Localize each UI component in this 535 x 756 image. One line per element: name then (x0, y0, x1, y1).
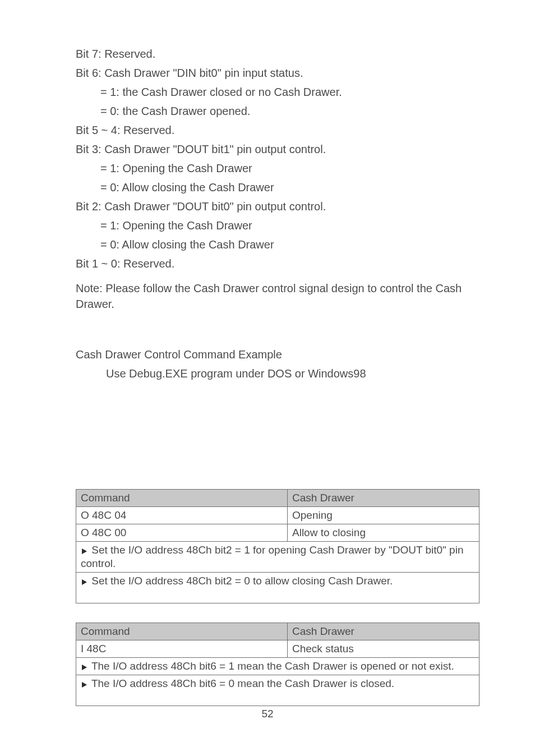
command-table-1: Command Cash Drawer O 48C 04 Opening O 4… (76, 489, 479, 603)
svg-marker-3 (82, 682, 87, 688)
cdc-heading: Cash Drawer Control Command Example (76, 347, 479, 362)
cdc-desc: Use Debug.EXE program under DOS or Windo… (76, 366, 479, 381)
t2-step1-cell: The I/O address 48Ch bit6 = 1 mean the C… (76, 658, 479, 675)
bit6-open: = 1: the Cash Drawer closed or no Cash D… (76, 84, 479, 100)
bit6-label: Bit 6: Cash Drawer "DIN bit0" pin input … (76, 65, 479, 81)
t1-step1: Set the I/O address 48Ch bit2 = 1 for op… (81, 544, 463, 569)
t2-step2-cell: The I/O address 48Ch bit6 = 0 mean the C… (76, 675, 479, 706)
bit3-off: = 0: Allow closing the Cash Drawer (76, 179, 479, 195)
bit2-on: = 1: Opening the Cash Drawer (76, 218, 479, 233)
t2-h1: Command (76, 623, 288, 640)
t2-h2: Cash Drawer (288, 623, 479, 640)
t2-r1c2: Check status (288, 640, 479, 658)
note: Note: Please follow the Cash Drawer cont… (76, 280, 479, 312)
triangle-icon (81, 681, 87, 688)
t1-h1: Command (76, 490, 288, 507)
svg-marker-1 (82, 579, 87, 585)
bit7-label: Bit 7: Reserved. (76, 46, 479, 62)
triangle-icon (81, 579, 87, 586)
t1-step2-cell: Set the I/O address 48Ch bit2 = 0 to all… (76, 573, 479, 603)
bit5-4-label: Bit 5 ~ 4: Reserved. (76, 122, 479, 138)
bit6-close: = 0: the Cash Drawer opened. (76, 103, 479, 119)
content-area: Bit 7: Reserved. Bit 6: Cash Drawer "DIN… (0, 46, 535, 706)
t1-r2c1: O 48C 00 (76, 524, 288, 542)
svg-marker-2 (82, 665, 87, 670)
t1-r1c1: O 48C 04 (76, 507, 288, 524)
page-number: 52 (0, 708, 535, 720)
triangle-icon (81, 548, 87, 555)
t2-step1: The I/O address 48Ch bit6 = 1 mean the C… (91, 660, 454, 672)
t1-h2: Cash Drawer (288, 490, 479, 507)
t1-r2c2: Allow to closing (288, 524, 479, 542)
t2-step2: The I/O address 48Ch bit6 = 0 mean the C… (91, 677, 394, 689)
bit3-on: = 1: Opening the Cash Drawer (76, 160, 479, 176)
command-table-2: Command Cash Drawer I 48C Check status T… (76, 623, 479, 706)
bit3-label: Bit 3: Cash Drawer "DOUT bit1" pin outpu… (76, 141, 479, 157)
t2-r1c1: I 48C (76, 640, 288, 658)
t1-step1-cell: Set the I/O address 48Ch bit2 = 1 for op… (76, 542, 479, 573)
triangle-icon (81, 664, 87, 671)
t1-step2: Set the I/O address 48Ch bit2 = 0 to all… (91, 575, 393, 587)
page: Bit 7: Reserved. Bit 6: Cash Drawer "DIN… (0, 0, 535, 756)
bit2-label: Bit 2: Cash Drawer "DOUT bit0" pin outpu… (76, 199, 479, 214)
bit2-off: = 0: Allow closing the Cash Drawer (76, 237, 479, 252)
svg-marker-0 (82, 548, 87, 554)
t1-r1c2: Opening (288, 507, 479, 524)
bit1-0-label: Bit 1 ~ 0: Reserved. (76, 256, 479, 271)
